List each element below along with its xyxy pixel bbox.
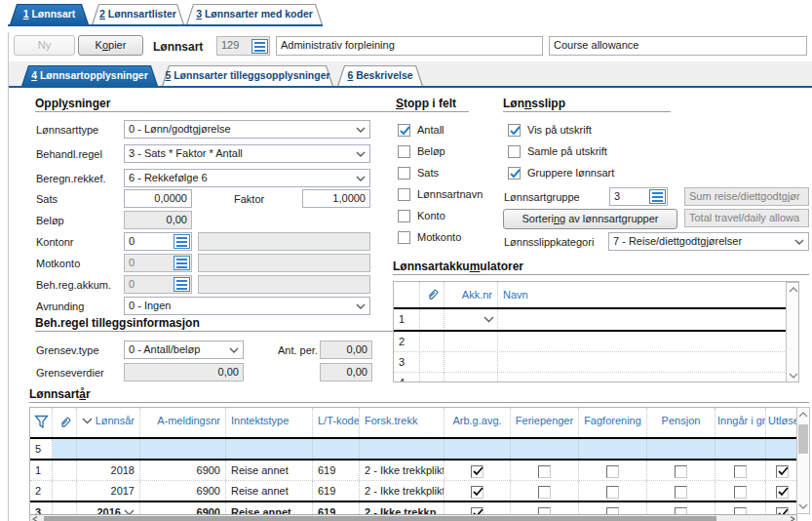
akk-row-1[interactable]: 1 bbox=[394, 309, 798, 330]
gruppere-lonnsart-checkbox[interactable] bbox=[508, 167, 521, 180]
avrunding-select[interactable]: 0 - Ingen bbox=[124, 297, 370, 315]
scroll-up-icon[interactable] bbox=[789, 287, 798, 293]
antper-label: Ant. per. bbox=[278, 344, 318, 356]
feriepenger-checkbox[interactable] bbox=[538, 507, 551, 514]
pensjon-checkbox[interactable] bbox=[675, 507, 687, 514]
akk-row-4[interactable]: 4 bbox=[394, 373, 798, 382]
lonnsslippkategori-select[interactable]: 7 - Reise/diettgodtgjørelser bbox=[608, 232, 809, 251]
lonnsart-window: 1 Lønnsart 2 Lønnsartlister 3 Lønnsarter… bbox=[0, 0, 812, 521]
konto-checkbox[interactable] bbox=[398, 210, 410, 222]
scroll-left-icon[interactable] bbox=[32, 516, 38, 521]
tab-lonnsarter-med-koder[interactable]: 3 Lønnsarter med koder bbox=[186, 4, 323, 24]
behregakkum-label: Beh.reg.akkum. bbox=[36, 279, 111, 291]
motkonto-input[interactable]: 0 bbox=[124, 254, 192, 272]
belop-input[interactable]: 0,00 bbox=[124, 211, 192, 229]
samle-pa-utskrift-checkbox[interactable] bbox=[508, 145, 521, 158]
pensjon-checkbox[interactable] bbox=[675, 486, 687, 499]
col-ltkode[interactable]: L/T-kode bbox=[313, 408, 360, 437]
sats-checkbox[interactable] bbox=[398, 167, 410, 180]
grenseverdi2-input[interactable]: 0,00 bbox=[320, 363, 372, 381]
utlose-checkbox[interactable] bbox=[776, 465, 789, 478]
lonnsartar-scrollbar[interactable] bbox=[796, 407, 810, 514]
scroll-down-icon[interactable] bbox=[789, 373, 798, 379]
arbgavg-checkbox[interactable] bbox=[471, 465, 483, 478]
lonnsart-name-en-field[interactable]: Course allowance bbox=[549, 36, 807, 56]
lonnsartgruppe-lookup-icon[interactable] bbox=[649, 189, 666, 204]
filter-icon[interactable] bbox=[34, 415, 49, 429]
vis-pa-utskrift-checkbox[interactable] bbox=[508, 124, 521, 137]
col-lonnsar[interactable]: Lønnsår bbox=[77, 408, 140, 437]
lonnsartgruppe-input[interactable]: 3 bbox=[609, 187, 668, 206]
horizontal-scrollbar[interactable] bbox=[30, 514, 797, 521]
col-pensjon[interactable]: Pensjon bbox=[647, 408, 715, 437]
feriepenger-checkbox[interactable] bbox=[538, 486, 551, 499]
belop-checkbox[interactable] bbox=[398, 145, 410, 158]
feriepenger-checkbox[interactable] bbox=[538, 465, 551, 478]
col-utlose[interactable]: Utløse bbox=[766, 408, 797, 437]
lonnsarttype-select[interactable]: 0 - Lønn/godtgjørelse bbox=[124, 120, 370, 139]
utlose-checkbox[interactable] bbox=[776, 507, 789, 514]
scroll-down-icon[interactable] bbox=[798, 503, 808, 509]
fagforening-checkbox[interactable] bbox=[606, 465, 619, 478]
sortering-button[interactable]: Sortering av lønnsartgrupper bbox=[503, 209, 677, 229]
tab-lonnsartopplysninger[interactable]: 4 Lønnsartopplysninger bbox=[21, 65, 158, 86]
behregakkum-input[interactable]: 0 bbox=[124, 275, 192, 294]
motkonto-checkbox[interactable] bbox=[398, 231, 410, 244]
akk-col-navn[interactable]: Navn bbox=[498, 282, 787, 307]
kontonr-lookup-icon[interactable] bbox=[174, 234, 190, 249]
lonnsarttype-label: Lønnsarttype bbox=[36, 124, 98, 136]
scroll-right-icon[interactable] bbox=[790, 516, 795, 521]
grenseverdi1-input[interactable]: 0,00 bbox=[124, 363, 244, 381]
lonnsartar-heading: Lønnsartår bbox=[29, 387, 809, 403]
lonnsartar-row-3[interactable]: 3 2016 6900 Reise annet 619 2 - Ikke tre… bbox=[30, 502, 796, 514]
col-inntektstype[interactable]: Inntektstype bbox=[226, 408, 313, 437]
arbgavg-checkbox[interactable] bbox=[471, 486, 483, 499]
col-arbgavg[interactable]: Arb.g.avg. bbox=[445, 408, 511, 437]
vis-pa-utskrift-label: Vis på utskrift bbox=[527, 124, 592, 136]
lookup-list-icon[interactable] bbox=[251, 39, 268, 54]
col-feriepenger[interactable]: Feriepenger bbox=[511, 408, 579, 437]
scroll-up-icon[interactable] bbox=[798, 412, 808, 418]
col-inngar[interactable]: Inngår i gr bbox=[715, 408, 766, 437]
akk-row-2[interactable]: 2 bbox=[394, 332, 798, 352]
tab-lonnsart[interactable]: 1 Lønnsart bbox=[10, 4, 89, 24]
lonnsartar-row-5[interactable]: 5 bbox=[30, 439, 796, 459]
lonnsartar-row-2[interactable]: 2 2017 6900 Reise annet 619 2 - Ikke tre… bbox=[30, 481, 796, 501]
tab-beskrivelse[interactable]: 6 Beskrivelse bbox=[337, 65, 423, 86]
beregnrekkef-label: Beregn.rekkef. bbox=[36, 173, 106, 184]
antper-input[interactable]: 0,00 bbox=[320, 341, 372, 359]
beregnrekkef-select[interactable]: 6 - Rekkefølge 6 bbox=[124, 169, 370, 187]
inngar-checkbox[interactable] bbox=[734, 465, 747, 478]
akk-scrollbar[interactable] bbox=[786, 282, 799, 382]
inngar-checkbox[interactable] bbox=[734, 507, 747, 514]
sats-input[interactable]: 0,0000 bbox=[124, 189, 192, 208]
inngar-checkbox[interactable] bbox=[734, 486, 747, 499]
akknr-dropdown-icon[interactable] bbox=[483, 316, 494, 323]
fagforening-checkbox[interactable] bbox=[606, 486, 619, 499]
faktor-input[interactable]: 1,0000 bbox=[302, 189, 370, 208]
kontonr-input[interactable]: 0 bbox=[124, 232, 192, 251]
lonnsartnavn-checkbox[interactable] bbox=[398, 188, 410, 201]
fagforening-checkbox[interactable] bbox=[606, 507, 619, 514]
ny-button[interactable]: Ny bbox=[14, 35, 75, 56]
col-fagforening[interactable]: Fagforening bbox=[579, 408, 647, 437]
utlose-checkbox[interactable] bbox=[776, 486, 789, 499]
pensjon-checkbox[interactable] bbox=[675, 465, 687, 478]
grensevtype-select[interactable]: 0 - Antall/beløp bbox=[124, 341, 244, 359]
akk-row-3[interactable]: 3 bbox=[394, 352, 798, 373]
tab-tilleggsopplysninger[interactable]: 5 Lønnsarter tilleggsopplysninger bbox=[162, 65, 333, 86]
lonnsart-name-field[interactable]: Administrativ forpleining bbox=[276, 36, 543, 56]
antall-checkbox[interactable] bbox=[398, 124, 410, 137]
motkonto-lookup-icon[interactable] bbox=[174, 256, 190, 270]
col-amelding[interactable]: A-meldingsnr bbox=[140, 408, 226, 437]
behregakkum-lookup-icon[interactable] bbox=[174, 277, 190, 292]
col-forsktrekk[interactable]: Forsk.trekk bbox=[360, 408, 445, 437]
akk-col-akknr[interactable]: Akk.nr bbox=[445, 282, 498, 307]
lonnsart-number-field[interactable]: 129 bbox=[216, 36, 270, 56]
behandlregel-select[interactable]: 3 - Sats * Faktor * Antall bbox=[124, 144, 370, 163]
arbgavg-checkbox[interactable] bbox=[471, 507, 483, 514]
kopier-button[interactable]: Kopier bbox=[78, 35, 143, 56]
tab-lonnsartlister[interactable]: 2 Lønnsartlister bbox=[92, 4, 184, 24]
tabline-top bbox=[8, 24, 323, 26]
lonnsartar-row-1[interactable]: 1 2018 6900 Reise annet 619 2 - Ikke tre… bbox=[30, 461, 796, 480]
